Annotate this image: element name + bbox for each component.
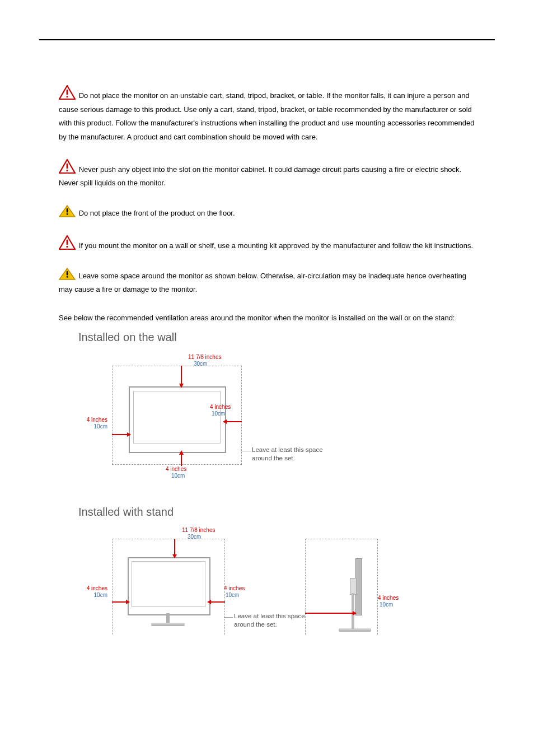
warning-front-floor: Do not place the front of the product on… [59,205,475,221]
svg-rect-4 [67,208,68,213]
warning-text: Never push any object into the slot on t… [59,165,461,188]
svg-rect-5 [67,213,68,215]
ventilation-intro: See below the recommended ventilation ar… [59,311,475,325]
svg-marker-21 [126,600,130,604]
dim-right-in: 4 inches [210,404,231,410]
dim-bottom-in: 4 inches [166,466,186,473]
dim-top-cm: 30cm [194,361,207,367]
svg-rect-2 [67,164,68,169]
dim-side-cm: 10cm [380,601,393,608]
svg-rect-3 [67,170,68,171]
warning-slot: Never push any object into the slot on t… [59,159,475,190]
dim-top-cm: 30cm [188,534,201,540]
svg-marker-25 [353,611,357,615]
dim-left-cm: 10cm [50,592,107,599]
svg-marker-13 [127,432,131,437]
warning-text: Leave some space around the monitor as s… [59,272,466,294]
page-top-rule [39,39,495,40]
svg-rect-7 [67,246,68,248]
svg-rect-8 [67,271,68,276]
dim-top-in: 11 7/8 inches [182,527,216,534]
svg-marker-23 [207,600,211,604]
warning-ventilation: Leave some space around the monitor as s… [59,268,475,297]
dim-side-in: 4 inches [378,595,399,601]
svg-marker-11 [179,384,184,388]
warning-icon [59,235,76,250]
caution-icon [59,268,76,280]
dim-left-in: 4 inches [51,417,107,423]
dim-right-in: 4 inches [224,585,245,592]
svg-marker-15 [223,419,227,424]
warning-icon [59,159,76,174]
svg-marker-17 [179,450,184,455]
warning-wall-mount: If you mount the monitor on a wall or sh… [59,235,475,253]
svg-marker-19 [172,554,177,558]
diagram-wall: 11 7/8 inches 30cm 4 inches 10cm 4 inche… [73,352,392,483]
dim-left-in: 4 inches [50,585,107,592]
svg-rect-1 [67,96,68,97]
note-line2: around the set. [234,621,277,628]
diagram-stand: 11 7/8 inches 30cm 4 inches 10cm 4 inche… [73,526,431,644]
warning-text: Do not place the monitor on an unstable … [59,91,474,141]
warning-unstable-surface: Do not place the monitor on an unstable … [59,85,475,144]
diagram-stand-title: Installed with stand [78,506,475,519]
warning-icon [59,85,76,100]
warning-text: Do not place the front of the product on… [79,209,235,217]
caution-icon [59,205,76,217]
dim-bottom-cm: 10cm [171,473,185,479]
note-line2: around the set. [252,455,295,461]
diagram-wall-title: Installed on the wall [78,331,475,344]
dim-right-cm: 10cm [212,410,225,417]
dim-left-cm: 10cm [51,423,107,430]
svg-rect-9 [67,276,68,278]
svg-rect-6 [67,240,68,245]
dim-right-cm: 10cm [226,592,239,599]
dim-top-in: 11 7/8 inches [188,354,222,361]
note-line1: Leave at least this space [252,446,323,453]
warning-text: If you mount the monitor on a wall or sh… [79,241,474,250]
svg-rect-0 [67,90,68,95]
